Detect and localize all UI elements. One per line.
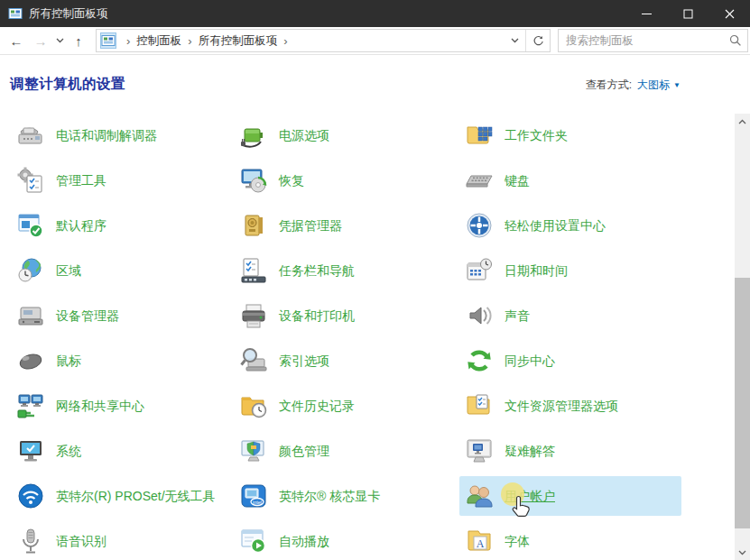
item-label: 英特尔(R) PROSet/无线工具	[56, 488, 216, 504]
chevron-down-icon	[511, 38, 519, 43]
chevron-up-icon	[738, 119, 746, 124]
control-panel-item[interactable]: 设备和打印机	[239, 293, 465, 338]
indexing-options-icon	[239, 346, 268, 375]
region-icon	[16, 256, 45, 285]
control-panel-item[interactable]: 管理工具	[16, 158, 239, 203]
autoplay-icon	[239, 527, 268, 555]
forward-button[interactable]: →	[29, 28, 52, 53]
control-panel-item[interactable]: 文件历史记录	[239, 383, 465, 428]
control-panel-item[interactable]: 默认程序	[16, 203, 239, 248]
control-panel-item[interactable]: 工作文件夹	[465, 113, 732, 158]
control-panel-item[interactable]: 恢复	[239, 158, 465, 203]
intel-graphics-icon: intel	[239, 482, 268, 510]
item-label: 电源选项	[279, 127, 329, 143]
minimize-button[interactable]	[625, 0, 667, 27]
control-panel-item[interactable]: 区域	[16, 248, 239, 293]
scrollbar-track[interactable]	[735, 129, 750, 545]
item-label: 字体	[505, 533, 530, 549]
control-panel-item[interactable]: 英特尔(R) PROSet/无线工具	[16, 473, 239, 519]
troubleshooting-icon	[465, 436, 494, 465]
control-panel-item[interactable]: 轻松使用设置中心	[465, 203, 732, 248]
control-panel-item[interactable]: 疑难解答	[465, 428, 732, 473]
view-by: 查看方式: 大图标 ▼	[586, 78, 681, 93]
control-panel-item[interactable]: 语音识别	[16, 519, 239, 560]
refresh-icon	[532, 35, 544, 47]
ease-of-access-icon	[465, 211, 494, 240]
item-label: 键盘	[505, 172, 530, 188]
close-button[interactable]	[708, 0, 750, 27]
control-panel-item[interactable]: 电源选项	[239, 113, 465, 158]
control-panel-item[interactable]: 声音	[465, 293, 732, 338]
control-panel-item[interactable]: 鼠标	[16, 338, 239, 383]
maximize-button[interactable]	[667, 0, 708, 27]
view-by-dropdown[interactable]: 大图标 ▼	[637, 78, 681, 93]
control-panel-item[interactable]: 日期和时间	[465, 248, 732, 293]
devices-printers-icon	[239, 301, 268, 330]
control-panel-item[interactable]: 设备管理器	[16, 293, 239, 338]
scrollbar-thumb[interactable]	[735, 278, 750, 528]
color-management-icon	[239, 436, 268, 465]
search-icon[interactable]	[724, 34, 747, 47]
up-button[interactable]: ↑	[67, 28, 90, 53]
control-panel-item[interactable]: A 字体	[465, 519, 732, 560]
control-panel-item[interactable]: 凭据管理器	[239, 203, 465, 248]
item-label: 任务栏和导航	[279, 262, 355, 279]
scrollbar[interactable]	[735, 114, 750, 560]
item-label: 凭据管理器	[279, 217, 342, 234]
page-title: 调整计算机的设置	[10, 75, 125, 94]
item-label: 索引选项	[279, 353, 329, 369]
phone-modem-icon	[16, 121, 45, 150]
item-label: 电话和调制解调器	[56, 127, 157, 143]
item-label: 日期和时间	[505, 262, 568, 279]
sound-icon	[465, 301, 494, 330]
control-panel-item[interactable]: 任务栏和导航	[239, 248, 465, 293]
item-label: 同步中心	[505, 353, 555, 369]
item-label: 语音识别	[56, 533, 106, 549]
breadcrumb-app-icon[interactable]	[100, 32, 116, 49]
control-panel-item[interactable]: intel 英特尔® 核芯显卡	[239, 473, 465, 519]
control-panel-item[interactable]: 网络和共享中心	[16, 383, 239, 428]
address-dropdown-button[interactable]	[504, 30, 525, 51]
view-by-value: 大图标	[637, 78, 670, 93]
items-area: 电话和调制解调器 电源选项 工作文件夹 管理工具 恢复 键盘 默认程序 凭据管理…	[0, 113, 735, 560]
system-icon	[16, 436, 45, 465]
control-panel-item[interactable]: 用户帐户	[459, 476, 681, 516]
scroll-down-button[interactable]	[735, 545, 750, 560]
item-label: 管理工具	[56, 172, 106, 188]
address-bar[interactable]: › 控制面板 › 所有控制面板项 ›	[96, 29, 551, 52]
search-input[interactable]	[559, 34, 724, 47]
control-panel-item[interactable]: 电话和调制解调器	[16, 113, 239, 158]
item-label: 工作文件夹	[505, 127, 568, 143]
scroll-up-button[interactable]	[735, 114, 750, 129]
back-button[interactable]: ←	[4, 28, 29, 53]
breadcrumb-separator: ›	[120, 34, 136, 48]
item-label: 网络和共享中心	[56, 398, 144, 414]
search-box[interactable]	[558, 29, 748, 52]
up-icon: ↑	[75, 33, 82, 49]
admin-tools-icon	[16, 166, 45, 195]
control-panel-item[interactable]: 自动播放	[239, 519, 465, 560]
items-grid: 电话和调制解调器 电源选项 工作文件夹 管理工具 恢复 键盘 默认程序 凭据管理…	[16, 113, 732, 560]
item-label: 设备和打印机	[279, 308, 355, 324]
breadcrumb-all-items[interactable]: 所有控制面板项	[199, 33, 278, 49]
control-panel-item[interactable]: 键盘	[465, 158, 732, 203]
window-title: 所有控制面板项	[29, 6, 625, 22]
power-options-icon	[239, 121, 268, 150]
back-icon: ←	[10, 33, 23, 49]
recent-pages-button[interactable]	[52, 28, 67, 53]
breadcrumb-control-panel[interactable]: 控制面板	[136, 33, 181, 49]
work-folders-icon	[465, 121, 494, 150]
control-panel-item[interactable]: 系统	[16, 428, 239, 473]
chevron-down-icon	[56, 38, 64, 43]
item-label: 颜色管理	[279, 443, 329, 459]
item-label: 文件资源管理器选项	[505, 398, 618, 414]
svg-text:A: A	[477, 537, 485, 550]
control-panel-item[interactable]: 同步中心	[465, 338, 732, 383]
control-panel-item[interactable]: 文件资源管理器选项	[465, 383, 732, 428]
forward-icon: →	[34, 33, 48, 49]
control-panel-item[interactable]: 颜色管理	[239, 428, 465, 473]
item-label: 默认程序	[56, 217, 106, 234]
control-panel-item[interactable]: 索引选项	[239, 338, 465, 383]
caret-down-icon: ▼	[673, 82, 681, 89]
refresh-button[interactable]	[525, 30, 550, 51]
